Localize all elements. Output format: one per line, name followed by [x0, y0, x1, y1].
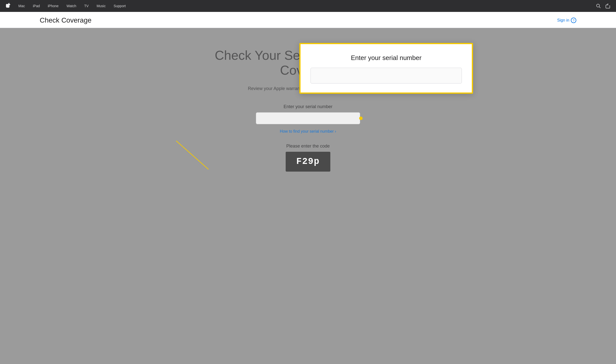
- nav-items: Mac iPad iPhone Watch TV Music Support: [18, 4, 126, 8]
- nav-item-support[interactable]: Support: [114, 4, 126, 8]
- captcha-text: F29p: [296, 156, 320, 167]
- nav-icons: 1: [596, 3, 610, 8]
- header-bar: Check Coverage Sign in ?: [0, 12, 616, 28]
- yellow-dot-marker: [359, 117, 363, 120]
- nav-item-music[interactable]: Music: [97, 4, 106, 8]
- svg-line-5: [176, 141, 208, 169]
- serial-label: Enter your serial number: [283, 104, 332, 109]
- zoom-modal-title: Enter your serial number: [310, 54, 462, 62]
- nav-item-iphone[interactable]: iPhone: [48, 4, 59, 8]
- page-title: Check Coverage: [40, 16, 92, 28]
- apple-logo-icon[interactable]: [6, 3, 10, 9]
- search-button[interactable]: [596, 4, 601, 8]
- signin-link[interactable]: Sign in: [557, 18, 569, 23]
- svg-text:1: 1: [609, 5, 610, 6]
- header-signin-area: Sign in ?: [557, 18, 576, 27]
- navigation: Mac iPad iPhone Watch TV Music Support 1: [0, 0, 616, 12]
- captcha-label: Please enter the code: [286, 144, 330, 149]
- nav-item-watch[interactable]: Watch: [67, 4, 76, 8]
- nav-item-ipad[interactable]: iPad: [33, 4, 40, 8]
- svg-line-1: [599, 7, 600, 8]
- serial-input-wrapper: [256, 112, 360, 124]
- captcha-image: F29p: [286, 152, 330, 172]
- nav-item-tv[interactable]: TV: [84, 4, 89, 8]
- captcha-section: Please enter the code F29p: [286, 144, 330, 172]
- zoom-modal-serial-input[interactable]: [310, 68, 462, 84]
- signin-help-icon[interactable]: ?: [571, 18, 576, 23]
- main-content: Check Your Service and SupportCoverage R…: [0, 28, 616, 364]
- how-to-find-serial-link[interactable]: How to find your serial number ›: [280, 129, 336, 134]
- nav-left: Mac iPad iPhone Watch TV Music Support: [6, 3, 126, 9]
- zoom-modal: Enter your serial number: [299, 43, 473, 94]
- shopping-bag-button[interactable]: 1: [606, 3, 610, 8]
- serial-number-section: Enter your serial number: [256, 104, 360, 124]
- serial-number-input[interactable]: [256, 112, 360, 124]
- nav-item-mac[interactable]: Mac: [18, 4, 25, 8]
